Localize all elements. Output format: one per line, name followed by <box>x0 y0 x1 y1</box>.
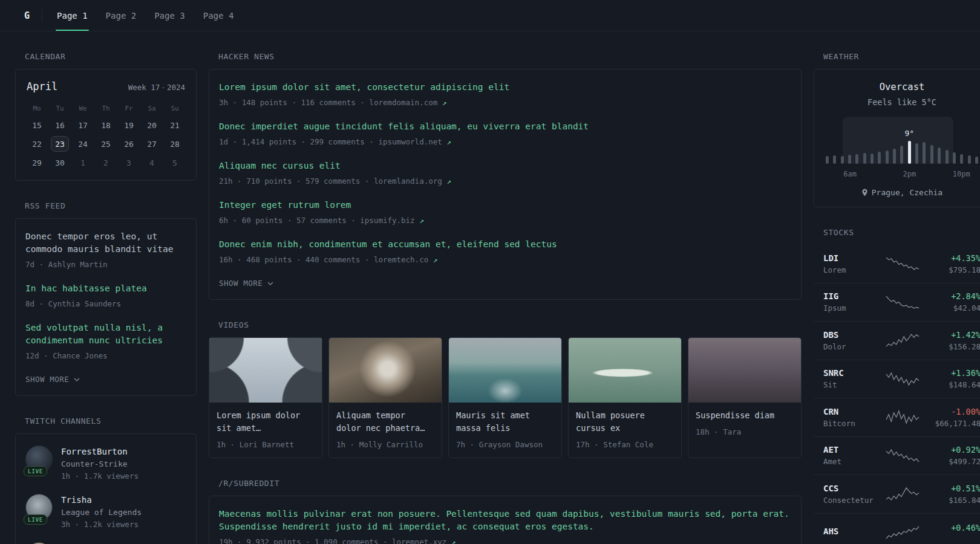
video-card[interactable]: Mauris sit amet massa felis 7h · Grayson… <box>448 337 562 458</box>
hn-item: Donec enim nibh, condimentum et accumsan… <box>219 238 791 264</box>
hn-item-domain-link[interactable]: ipsumify.biz ↗ <box>360 216 423 225</box>
stock-symbol: AET <box>823 445 881 455</box>
calendar-day: 27 <box>140 136 163 152</box>
twitch-avatar-wrap: LIVE <box>25 445 53 473</box>
stock-symbol: CCS <box>823 484 881 493</box>
app-logo[interactable]: G <box>24 0 30 31</box>
twitch-channel[interactable]: LIVE ForrestBurton Counter-Strike 1h · 1… <box>25 445 186 481</box>
weather-time-labels: 6am2pm10pm <box>824 170 980 178</box>
stock-name: Sit <box>823 380 881 389</box>
stock-change: +2.84% <box>951 291 980 301</box>
reddit-item-title[interactable]: Maecenas mollis pulvinar erat non posuer… <box>219 508 791 533</box>
video-card[interactable]: Suspendisse diam 18h · Tara <box>688 337 802 458</box>
stock-sparkline <box>885 410 920 424</box>
hn-item-domain-link[interactable]: ipsumworld.net ↗ <box>378 137 451 146</box>
weather-bar-wrap <box>855 154 858 164</box>
stock-row[interactable]: AET Amet +0.92% $499.72 <box>814 437 980 476</box>
hn-item-domain-link[interactable]: loremtech.co ↗ <box>374 255 437 264</box>
stock-price: $42.04 <box>951 303 980 312</box>
stock-row[interactable]: AHS +0.46% <box>814 514 980 544</box>
stock-row[interactable]: CRN Bitcorn -1.00% $66,171.48 <box>814 398 980 437</box>
stock-price: $66,171.48 <box>935 419 980 428</box>
hn-item-title[interactable]: Integer eget rutrum lorem <box>219 199 791 212</box>
video-meta: 7h · Grayson Dawson <box>456 440 554 449</box>
hn-item-title[interactable]: Lorem ipsum dolor sit amet, consectetur … <box>219 81 791 94</box>
twitch-channel[interactable]: LIVE Trisha League of Legends 3h · 1.2k … <box>25 494 186 529</box>
weather-bar <box>975 157 978 164</box>
calendar-day: 22 <box>25 136 48 152</box>
video-card-body: Nullam posuere cursus ex 17h · Stefan Co… <box>569 403 681 458</box>
stock-row[interactable]: SNRC Sit +1.36% $148.64 <box>814 360 980 399</box>
weather-location: Prague, Czechia <box>824 188 980 197</box>
calendar-grid: MoTuWeThFrSaSu15161718192021222324252627… <box>25 103 186 170</box>
stock-change: +0.92% <box>949 445 980 455</box>
topbar-divider <box>42 9 42 22</box>
reddit-item-domain-link[interactable]: loremnet.xyz ↗ <box>392 537 456 544</box>
hn-item-title[interactable]: Donec imperdiet augue tincidunt felis al… <box>219 120 791 133</box>
video-thumbnail <box>449 338 561 403</box>
tab-page-1[interactable]: Page 1 <box>56 0 89 31</box>
section-title-stocks: STOCKS <box>823 228 980 237</box>
stock-id: CCS Consectetur <box>823 484 881 505</box>
hn-item-title[interactable]: Aliquam nec cursus elit <box>219 160 791 172</box>
calendar-day: 17 <box>71 117 94 133</box>
calendar-day-header: Fr <box>117 103 140 114</box>
subreddit-list: Maecenas mollis pulvinar erat non posuer… <box>219 508 791 544</box>
hn-item-title[interactable]: Donec enim nibh, condimentum et accumsan… <box>219 238 791 251</box>
stocks-section: STOCKS LDI Lorem +4.35% $795.18 IIG Ipsu… <box>814 228 980 544</box>
tab-page-2[interactable]: Page 2 <box>105 0 138 31</box>
stock-change: +0.46% <box>951 523 980 533</box>
video-card[interactable]: Lorem ipsum dolor sit amet consectetu… 1… <box>209 337 322 458</box>
weather-bar <box>833 155 836 164</box>
rss-item-meta: 8d · Cynthia Saunders <box>25 299 186 308</box>
stock-change: +1.36% <box>949 368 980 378</box>
stock-row[interactable]: CCS Consectetur +0.51% $165.84 <box>814 475 980 514</box>
video-card[interactable]: Aliquam tempor dolor nec phaetra… 1h · M… <box>328 337 442 458</box>
hn-item-meta: 3h · 148 points · 116 comments · loremdo… <box>219 98 791 107</box>
stock-change: +0.51% <box>949 484 980 493</box>
subreddit-card: Maecenas mollis pulvinar erat non posuer… <box>209 496 802 544</box>
weather-bar <box>848 155 851 164</box>
external-link-icon: ↗ <box>442 98 447 107</box>
reddit-item-meta: 19h · 9,932 points · 1,090 comments · lo… <box>219 537 791 544</box>
stock-sparkline <box>885 295 920 309</box>
hn-item-domain-link[interactable]: loremlandia.org ↗ <box>374 176 451 186</box>
stock-sparkline <box>885 448 920 463</box>
weather-bar-wrap <box>886 151 889 164</box>
rss-item-title[interactable]: Sed volutpat nulla nisl, a condimentum n… <box>25 322 186 347</box>
twitch-section: TWITCH CHANNELS LIVE ForrestBurton Count… <box>15 416 197 544</box>
weather-bar <box>826 156 829 164</box>
tab-page-4[interactable]: Page 4 <box>202 0 235 31</box>
calendar-day-selected: 23 <box>51 136 69 152</box>
stock-sparkline <box>885 372 920 386</box>
weather-bar-wrap <box>975 157 978 164</box>
weather-bar-wrap <box>953 152 956 164</box>
stock-symbol: CRN <box>823 407 881 416</box>
rss-show-more-button[interactable]: SHOW MORE <box>25 375 80 384</box>
stock-name: Amet <box>823 457 881 466</box>
rss-item-title[interactable]: In hac habitasse platea <box>25 282 186 295</box>
video-title: Aliquam tempor dolor nec phaetra… <box>336 409 434 435</box>
weather-card: Overcast Feels like 5°C 9° 6am2pm10pm Pr… <box>814 69 980 207</box>
weather-time-label: 6am <box>843 170 857 178</box>
left-column: CALENDAR April Week 17·2024 MoTuWeThFrSa… <box>15 31 197 544</box>
stock-row[interactable]: DBS Dolor +1.42% $156.28 <box>814 322 980 360</box>
stock-values: -1.00% $66,171.48 <box>935 407 980 428</box>
stock-row[interactable]: IIG Ipsum +2.84% $42.04 <box>814 283 980 322</box>
stock-price <box>951 535 980 543</box>
hn-show-more-button[interactable]: SHOW MORE <box>219 279 273 288</box>
rss-list: Donec tempor eros leo, ut commodo mauris… <box>25 230 186 360</box>
calendar-day: 1 <box>71 155 94 170</box>
hn-item-domain-link[interactable]: loremdomain.com ↗ <box>369 98 446 107</box>
stock-row[interactable]: LDI Lorem +4.35% $795.18 <box>814 245 980 283</box>
external-link-icon: ↗ <box>433 255 438 264</box>
hn-item-meta: 16h · 468 points · 440 comments · loremt… <box>219 255 791 264</box>
calendar-day: 18 <box>94 117 117 133</box>
rss-item-title[interactable]: Donec tempor eros leo, ut commodo mauris… <box>25 230 186 256</box>
stock-name: Dolor <box>823 342 881 351</box>
weather-bar <box>878 152 881 164</box>
tab-page-3[interactable]: Page 3 <box>153 0 186 31</box>
stock-id: AHS <box>823 526 881 539</box>
calendar-header: April Week 17·2024 <box>25 79 186 92</box>
video-card[interactable]: Nullam posuere cursus ex 17h · Stefan Co… <box>568 337 682 458</box>
